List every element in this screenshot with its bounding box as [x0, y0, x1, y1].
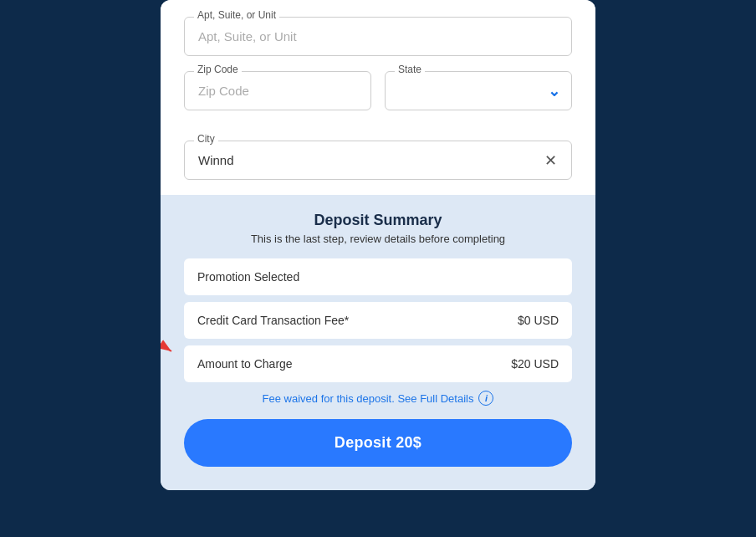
fee-waived-row: Fee waived for this deposit. See Full De… [184, 391, 572, 406]
zip-label: Zip Code [194, 64, 242, 75]
fee-waived-text: Fee waived for this deposit. See Full De… [263, 392, 474, 405]
city-label: City [194, 133, 218, 145]
apt-input[interactable] [184, 17, 572, 56]
promotion-row: Promotion Selected [184, 258, 572, 295]
amount-label: Amount to Charge [197, 357, 293, 371]
city-input[interactable] [184, 141, 572, 180]
credit-card-label: Credit Card Transaction Fee* [197, 314, 349, 327]
zip-input[interactable] [184, 71, 371, 110]
state-select-wrapper: AL AK AZ CA CO FL NY TX ⌄ [385, 71, 572, 110]
arrow-indicator-icon [161, 330, 180, 364]
zip-state-row: Zip Code State AL AK AZ CA CO FL NY TX [184, 71, 572, 125]
deposit-button[interactable]: Deposit 20$ [184, 419, 572, 467]
city-clear-button[interactable]: ✕ [540, 151, 560, 171]
apt-label: Apt, Suite, or Unit [194, 9, 279, 21]
apt-field-group: Apt, Suite, or Unit [184, 17, 572, 56]
amount-row: Amount to Charge $20 USD [184, 345, 572, 382]
modal-container: Apt, Suite, or Unit Zip Code State AL AK… [161, 0, 595, 490]
form-section: Apt, Suite, or Unit Zip Code State AL AK… [161, 0, 595, 180]
state-select[interactable]: AL AK AZ CA CO FL NY TX [385, 71, 572, 110]
state-field-group: State AL AK AZ CA CO FL NY TX ⌄ [385, 71, 572, 110]
credit-card-row: Credit Card Transaction Fee* $0 USD [184, 302, 572, 339]
deposit-button-label: Deposit 20$ [335, 434, 421, 451]
zip-field-group: Zip Code [184, 71, 371, 110]
close-icon: ✕ [544, 151, 557, 170]
city-field-group: City ✕ [184, 141, 572, 180]
deposit-summary-subtitle: This is the last step, review details be… [184, 233, 572, 245]
credit-card-value: $0 USD [518, 314, 559, 327]
deposit-summary-section: Deposit Summary This is the last step, r… [161, 195, 595, 490]
state-label: State [395, 64, 425, 75]
promotion-label: Promotion Selected [197, 270, 299, 284]
city-input-wrapper: ✕ [184, 141, 572, 180]
amount-value: $20 USD [511, 357, 559, 371]
info-icon[interactable]: i [478, 391, 493, 406]
deposit-summary-title: Deposit Summary [184, 212, 572, 229]
